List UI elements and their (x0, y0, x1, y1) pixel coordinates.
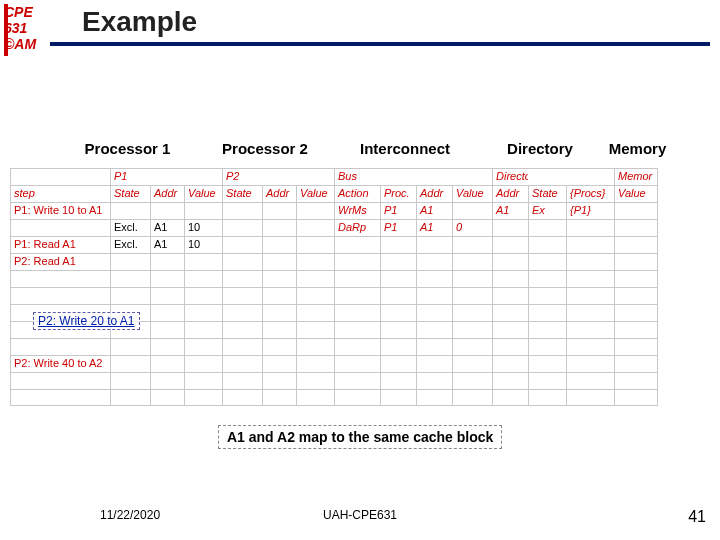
cell: 10 (184, 219, 222, 236)
cell (296, 338, 334, 355)
cell (334, 236, 380, 253)
cell (296, 355, 334, 372)
cell (614, 270, 658, 287)
cell (334, 253, 380, 270)
hdr-p2-state: State (222, 185, 262, 202)
hdr-dir-procs: {Procs} (566, 185, 614, 202)
cell: A1 (492, 202, 528, 219)
cell (262, 355, 296, 372)
cell (492, 372, 528, 389)
cell (184, 338, 222, 355)
cell (614, 287, 658, 304)
footer-page-number: 41 (688, 508, 706, 526)
cell (110, 202, 150, 219)
cell (334, 338, 380, 355)
cell: 10 (184, 236, 222, 253)
cell (150, 389, 184, 406)
cell: DaRp (334, 219, 380, 236)
cell (222, 304, 262, 321)
table-row (10, 270, 710, 287)
cell (222, 219, 262, 236)
cell (380, 355, 416, 372)
cell-step (10, 168, 110, 185)
cell (296, 202, 334, 219)
cell (110, 270, 150, 287)
header-processor-1: Processor 1 (50, 140, 205, 157)
cell (492, 253, 528, 270)
logo-accent-bar (4, 4, 8, 56)
cell (262, 389, 296, 406)
cell (528, 270, 566, 287)
cell (184, 253, 222, 270)
cell (566, 372, 614, 389)
table-row: P2: Write 40 to A2 (10, 355, 710, 372)
cell (222, 389, 262, 406)
cell (614, 389, 658, 406)
hdr-dir-addr: Addr (492, 185, 528, 202)
cell (334, 355, 380, 372)
cell (222, 321, 262, 338)
cell (296, 270, 334, 287)
cell (222, 236, 262, 253)
cell (184, 270, 222, 287)
cell (528, 219, 566, 236)
cell (334, 287, 380, 304)
cell (222, 253, 262, 270)
table-row (10, 287, 710, 304)
cell (566, 355, 614, 372)
cell (614, 219, 658, 236)
cell (380, 287, 416, 304)
cell (452, 338, 492, 355)
cell: A1 (416, 219, 452, 236)
cell (528, 253, 566, 270)
cell (262, 202, 296, 219)
cell: {P1} (566, 202, 614, 219)
cell (566, 253, 614, 270)
cell (528, 236, 566, 253)
cell (492, 338, 528, 355)
cell (452, 287, 492, 304)
cell (110, 338, 150, 355)
cell (262, 253, 296, 270)
cell (296, 304, 334, 321)
overlay-annotation: P2: Write 20 to A1 (33, 312, 140, 330)
cell (150, 355, 184, 372)
cell (262, 372, 296, 389)
cell (184, 321, 222, 338)
cell (380, 372, 416, 389)
cell (10, 389, 110, 406)
cell (416, 321, 452, 338)
cell (566, 219, 614, 236)
cell (566, 338, 614, 355)
cell: P2: Write 40 to A2 (10, 355, 110, 372)
hdr-bus-addr: Addr (416, 185, 452, 202)
hdr-bus-action: Action (334, 185, 380, 202)
cell (150, 372, 184, 389)
cell (566, 270, 614, 287)
header-processor-2: Processor 2 (205, 140, 325, 157)
cell (492, 355, 528, 372)
cell (10, 270, 110, 287)
cell (296, 236, 334, 253)
cell-dir-label: Directory (492, 168, 528, 185)
table-row: P1: Read A1Excl.A110 (10, 236, 710, 253)
cell (296, 287, 334, 304)
cell (452, 372, 492, 389)
cell: P1: Read A1 (10, 236, 110, 253)
cell: A1 (150, 236, 184, 253)
course-logo: CPE 631 ©AM (4, 4, 44, 54)
cell (150, 287, 184, 304)
cell (150, 270, 184, 287)
cell (416, 355, 452, 372)
cell (380, 389, 416, 406)
cell (492, 287, 528, 304)
cell (452, 355, 492, 372)
cell (614, 253, 658, 270)
cell (566, 287, 614, 304)
cell (528, 372, 566, 389)
cell (184, 389, 222, 406)
cell (614, 304, 658, 321)
cell (222, 355, 262, 372)
cell (334, 304, 380, 321)
cell (334, 389, 380, 406)
